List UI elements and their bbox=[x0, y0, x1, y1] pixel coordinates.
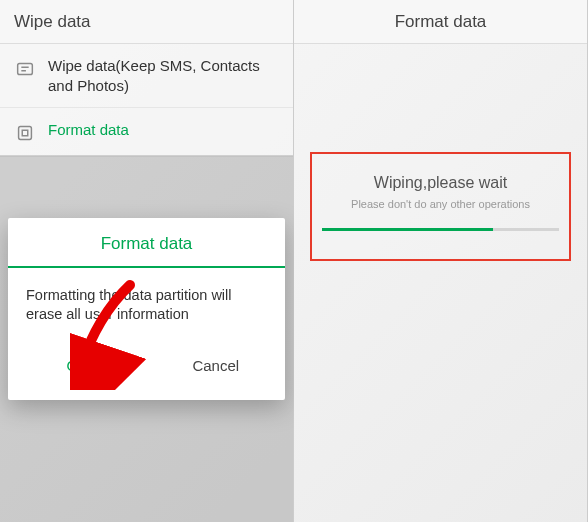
menu-item-wipe-keep[interactable]: Wipe data(Keep SMS, Contacts and Photos) bbox=[0, 44, 293, 108]
progress-panel: Wiping,please wait Please don't do any o… bbox=[310, 152, 571, 261]
header-title-right: Format data bbox=[395, 12, 487, 32]
dialog-actions: OK Cancel bbox=[8, 347, 285, 400]
svg-rect-0 bbox=[18, 64, 33, 75]
progress-title: Wiping,please wait bbox=[320, 174, 561, 192]
dialog-body: Formatting the data partition will erase… bbox=[8, 268, 285, 347]
header-title: Wipe data bbox=[14, 12, 91, 32]
svg-rect-1 bbox=[19, 127, 32, 140]
ok-button[interactable]: OK bbox=[8, 347, 147, 384]
cancel-button[interactable]: Cancel bbox=[147, 347, 286, 384]
format-dialog: Format data Formatting the data partitio… bbox=[8, 218, 285, 400]
header-left: Wipe data bbox=[0, 0, 293, 44]
screen-wipe-data: Wipe data Wipe data(Keep SMS, Contacts a… bbox=[0, 0, 294, 522]
wipe-icon bbox=[14, 58, 36, 80]
progress-fill bbox=[322, 228, 493, 231]
format-icon bbox=[14, 122, 36, 144]
menu-item-format[interactable]: Format data bbox=[0, 108, 293, 157]
menu-label-format: Format data bbox=[48, 120, 129, 140]
screen-format-data: Format data Wiping,please wait Please do… bbox=[294, 0, 588, 522]
header-right: Format data bbox=[294, 0, 587, 44]
progress-subtitle: Please don't do any other operations bbox=[320, 198, 561, 210]
dialog-title: Format data bbox=[8, 218, 285, 266]
menu-label-wipe-keep: Wipe data(Keep SMS, Contacts and Photos) bbox=[48, 56, 279, 95]
progress-bar bbox=[322, 228, 559, 231]
